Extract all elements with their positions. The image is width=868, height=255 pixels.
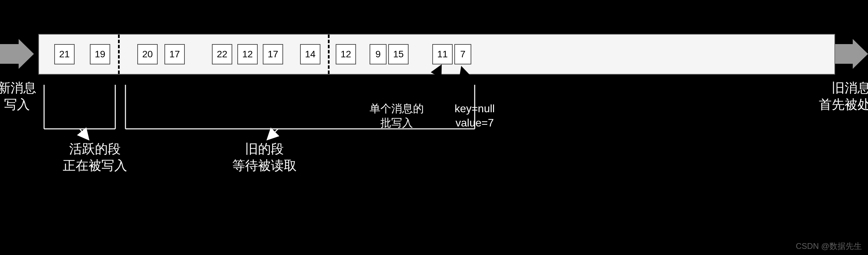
label-text: 批写入 xyxy=(353,116,441,130)
queue-cell: 17 xyxy=(164,44,185,64)
label-text: 旧消息 xyxy=(783,80,868,96)
label-text: key=null xyxy=(437,102,512,116)
label-active-segment: 活跃的段 正在被写入 xyxy=(27,141,163,174)
queue-box: 21 19 20 17 22 12 17 14 12 9 15 11 7 xyxy=(38,34,835,75)
arrow-in-icon xyxy=(0,39,34,69)
label-text: 等待被读取 xyxy=(197,157,332,174)
queue-cell: 21 xyxy=(54,44,75,64)
label-text: 单个消息的 xyxy=(353,102,441,116)
svg-line-7 xyxy=(80,129,88,139)
queue-cell: 7 xyxy=(454,44,471,64)
label-text: value=7 xyxy=(437,116,512,130)
queue-cell: 19 xyxy=(90,44,110,64)
queue-cell: 12 xyxy=(237,44,258,64)
watermark: CSDN @数据先生 xyxy=(796,241,862,252)
queue-cell: 22 xyxy=(212,44,232,64)
label-text: 首先被处理 xyxy=(783,96,868,113)
arrow-out-icon xyxy=(834,39,868,69)
queue-cell: 9 xyxy=(370,44,387,64)
label-text: 正在被写入 xyxy=(27,157,163,174)
label-old-segment: 旧的段 等待被读取 xyxy=(197,141,332,174)
svg-marker-0 xyxy=(0,39,34,69)
label-old-message: 旧消息 首先被处理 xyxy=(783,80,868,113)
queue-cell: 15 xyxy=(388,44,409,64)
segment-divider xyxy=(118,35,120,74)
label-key-value: key=null value=7 xyxy=(437,102,512,130)
queue-cell: 12 xyxy=(336,44,356,64)
svg-line-11 xyxy=(268,129,278,139)
segment-divider xyxy=(328,35,330,74)
label-batch-write: 单个消息的 批写入 xyxy=(353,102,441,130)
label-text: 写入 xyxy=(0,96,85,113)
label-new-message: 新消息 写入 xyxy=(0,80,85,113)
label-text: 活跃的段 xyxy=(27,141,163,157)
svg-marker-1 xyxy=(834,39,868,69)
label-text: 新消息 xyxy=(0,80,85,96)
queue-cell: 14 xyxy=(300,44,320,64)
queue-cell: 11 xyxy=(432,44,453,64)
queue-cell: 20 xyxy=(137,44,158,64)
queue-cell: 17 xyxy=(263,44,283,64)
label-text: 旧的段 xyxy=(197,141,332,157)
